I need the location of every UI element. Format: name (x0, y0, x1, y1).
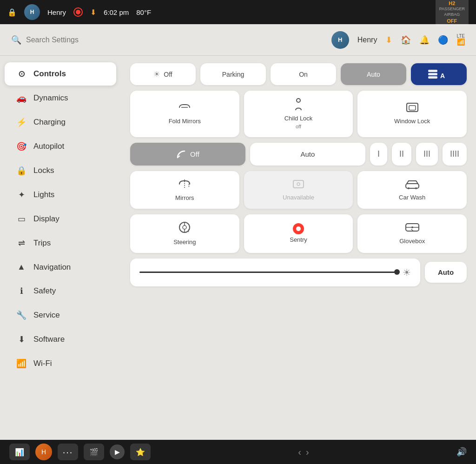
lights-icon: ✦ (16, 190, 27, 200)
svg-text:↕: ↕ (187, 227, 190, 233)
sidebar-item-navigation[interactable]: ▲ Navigation (5, 256, 116, 278)
taskbar-star-button[interactable]: ⭐ (130, 444, 151, 460)
taskbar-left: 📊 H ··· 🎬 ▶ ⭐ (9, 444, 151, 460)
home-icon[interactable]: 🏠 (401, 35, 411, 45)
svg-point-9 (297, 183, 300, 186)
sidebar-item-dynamics[interactable]: 🚗 Dynamics (5, 86, 116, 110)
airbag-text: PASSENGERAIRBAG OFF (439, 7, 465, 24)
taskbar-chart-button[interactable]: 📊 (9, 444, 30, 460)
sidebar-item-trips[interactable]: ⇌ Trips (5, 232, 116, 255)
status-avatar: H (24, 4, 40, 20)
brightness-slider[interactable] (139, 272, 397, 273)
wiper-auto-button[interactable]: Auto (250, 143, 365, 166)
wiper-auto-label: Auto (301, 150, 315, 158)
sidebar-item-software[interactable]: ⬇ Software (5, 328, 116, 351)
sidebar-label-charging: Charging (33, 118, 66, 127)
bell-icon[interactable]: 🔔 (419, 35, 430, 45)
mirrors-button[interactable]: ↕ Mirrors (130, 171, 239, 209)
sidebar-label-wifi: Wi-Fi (33, 359, 52, 368)
status-right: H2 PASSENGERAIRBAG OFF (436, 0, 469, 26)
sidebar-item-autopilot[interactable]: 🎯 Autopilot (5, 135, 116, 158)
sidebar-item-charging[interactable]: ⚡ Charging (5, 111, 116, 134)
sidebar-label-software: Software (33, 335, 65, 344)
search-header-bar: 🔍 H Henry ⬇ 🏠 🔔 🔵 LTE 📶 (0, 24, 476, 56)
taskbar-video-button[interactable]: 🎬 (84, 444, 104, 460)
steering-label: Steering (173, 239, 196, 246)
taskbar-nav-right[interactable]: › (306, 447, 309, 457)
slider-thumb[interactable] (394, 269, 400, 275)
lock-icon: 🔒 (7, 8, 17, 17)
svg-rect-10 (406, 184, 419, 188)
taskbar-play-button[interactable]: ▶ (110, 444, 125, 459)
sidebar-item-lights[interactable]: ✦ Lights (5, 183, 116, 206)
passenger-airbag-label: H2 (439, 0, 465, 7)
sidebar-item-service[interactable]: 🔧 Service (5, 304, 116, 327)
brightness-row: ☀ Auto (130, 259, 467, 286)
main-layout: ⊙ Controls 🚗 Dynamics ⚡ Charging 🎯 Autop… (0, 56, 476, 440)
sidebar-label-trips: Trips (33, 239, 51, 248)
unavailable-button[interactable]: Unavailable (244, 171, 353, 209)
volume-icon[interactable]: 🔊 (456, 447, 467, 457)
headlight-parking-button[interactable]: Parking (200, 63, 266, 85)
record-button[interactable] (73, 7, 83, 17)
controls-icon: ⊙ (16, 69, 27, 79)
wiper-speed-1-label: I (377, 149, 380, 159)
lock-controls-row: Fold Mirrors Child Lockoff (130, 91, 467, 137)
window-lock-icon (405, 102, 419, 116)
svg-rect-0 (428, 70, 437, 72)
display-icon: ▭ (16, 214, 27, 224)
unavailable-label: Unavailable (283, 194, 314, 202)
autobeam-icon: A (427, 66, 450, 83)
status-username: Henry (47, 8, 66, 16)
control-row-1: ↕ Mirrors Unavailable (130, 171, 467, 209)
child-lock-button[interactable]: Child Lockoff (244, 91, 353, 137)
content-area: ☀ Off Parking On Auto A (121, 56, 476, 440)
headlight-off-button[interactable]: ☀ Off (130, 63, 196, 85)
wiper-speed-1-button[interactable]: I (370, 143, 387, 166)
wiper-speed-2-button[interactable]: II (392, 143, 411, 166)
taskbar-nav-left[interactable]: ‹ (298, 447, 301, 457)
bluetooth-icon[interactable]: 🔵 (438, 35, 448, 45)
search-input[interactable] (26, 36, 327, 44)
autopilot-icon: 🎯 (16, 141, 27, 152)
sidebar-label-locks: Locks (33, 166, 54, 175)
sidebar-item-controls[interactable]: ⊙ Controls (5, 62, 116, 86)
sidebar-item-wifi[interactable]: 📶 Wi-Fi (5, 352, 116, 375)
car-wash-icon (405, 178, 420, 192)
mirrors-label: Mirrors (175, 194, 194, 202)
steering-button[interactable]: ↕ Steering (130, 214, 239, 253)
sidebar-item-safety[interactable]: ℹ Safety (5, 279, 116, 303)
wiper-speed-3-button[interactable]: III (416, 143, 438, 166)
glovebox-button[interactable]: Glovebox (357, 214, 467, 253)
wiper-speed-4-button[interactable]: IIII (443, 143, 467, 166)
locks-icon: 🔒 (16, 166, 27, 176)
headlight-auto-button[interactable]: Auto (341, 63, 406, 85)
wipers-row: Off Auto I II III IIII (130, 143, 467, 166)
navigation-icon: ▲ (16, 262, 27, 272)
car-wash-label: Car Wash (399, 194, 425, 202)
wiper-icon (176, 149, 186, 159)
brightness-auto-button[interactable]: Auto (425, 262, 467, 283)
svg-rect-2 (428, 76, 437, 79)
sidebar-label-display: Display (33, 214, 60, 224)
fold-mirrors-button[interactable]: Fold Mirrors (130, 91, 239, 137)
headlight-on-button[interactable]: On (271, 63, 336, 85)
glovebox-icon (405, 222, 420, 236)
status-bar: 🔒 H Henry ⬇ 6:02 pm 80°F H2 PASSENGERAIR… (0, 0, 476, 24)
header-icons: H Henry ⬇ 🏠 🔔 🔵 LTE 📶 (331, 31, 465, 49)
download-header-icon[interactable]: ⬇ (385, 35, 392, 45)
window-lock-label: Window Lock (394, 118, 430, 126)
car-wash-button[interactable]: Car Wash (357, 171, 467, 209)
taskbar-avatar[interactable]: H (35, 444, 52, 460)
sidebar-label-controls: Controls (33, 69, 66, 79)
sentry-button[interactable]: Sentry (244, 214, 353, 253)
headlight-on-label: On (299, 71, 308, 78)
wiper-off-button[interactable]: Off (130, 143, 245, 166)
autobeam-button[interactable]: A (411, 63, 467, 85)
taskbar-dots-button[interactable]: ··· (58, 444, 78, 460)
mirrors-icon: ↕ (177, 178, 192, 192)
sidebar-item-locks[interactable]: 🔒 Locks (5, 159, 116, 182)
window-lock-button[interactable]: Window Lock (357, 91, 467, 137)
headlight-off-label: Off (164, 71, 172, 78)
sidebar-item-display[interactable]: ▭ Display (5, 207, 116, 231)
